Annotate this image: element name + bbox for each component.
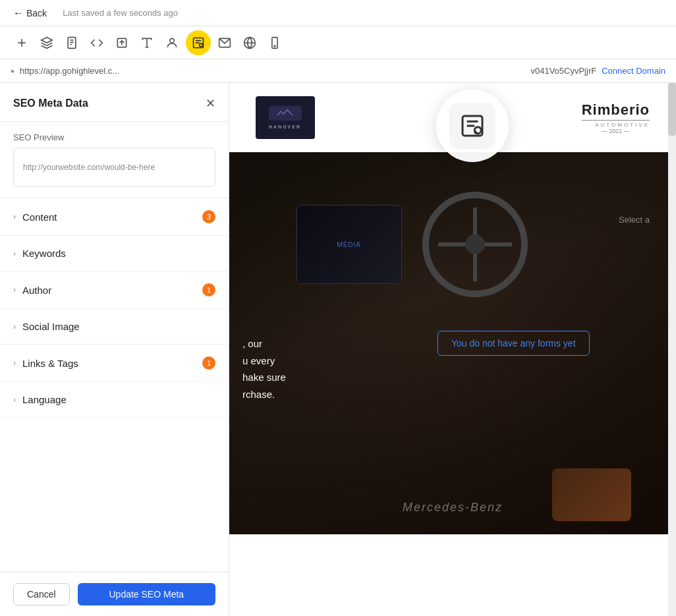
url-display: https://app.gohighlevel.c...: [20, 66, 525, 76]
user-icon[interactable]: [161, 32, 183, 54]
overlay-text: , our u every hake sure rchase.: [242, 335, 286, 403]
accordion-item-links-tags[interactable]: › Links & Tags 1: [0, 345, 229, 382]
social-icon[interactable]: [239, 32, 261, 54]
address-bar: ● https://app.gohighlevel.c... v041Vo5Cy…: [0, 59, 676, 83]
close-sidebar-button[interactable]: ✕: [206, 96, 215, 111]
hanover-logo: HANOVER: [256, 96, 315, 139]
preview-scrollbar[interactable]: [668, 83, 676, 616]
main-layout: SEO Meta Data ✕ SEO Preview http://yourw…: [0, 83, 676, 616]
accordion-left-language: › Language: [13, 394, 67, 405]
back-label: Back: [26, 8, 47, 18]
preview-area: HANOVER Rimberio AUTOMOTIVE — 2021 —: [229, 83, 676, 616]
select-hint: Select a: [619, 215, 650, 225]
layers-icon[interactable]: [36, 32, 58, 54]
seo-preview-section: SEO Preview http://yourwebsite.com/would…: [0, 122, 229, 198]
accordion-left-links-tags: › Links & Tags: [13, 358, 78, 369]
accordion-left-author: › Author: [13, 285, 51, 296]
rimberio-year: — 2021 —: [582, 128, 650, 134]
connect-domain-link[interactable]: Connect Domain: [602, 66, 665, 76]
accordion-left-content: › Content: [13, 211, 57, 223]
accordion-badge-content: 3: [202, 210, 215, 223]
back-arrow-icon: ←: [13, 7, 24, 19]
code-icon[interactable]: [86, 32, 108, 54]
preview-scrollbar-thumb[interactable]: [668, 83, 676, 136]
seo-sidebar: SEO Meta Data ✕ SEO Preview http://yourw…: [0, 83, 229, 616]
sidebar-header: SEO Meta Data ✕: [0, 83, 229, 122]
sidebar-footer: Cancel Update SEO Meta: [0, 572, 229, 616]
accordion-left-social-image: › Social Image: [13, 321, 80, 332]
accordion-label-keywords: Keywords: [22, 248, 66, 259]
accordion-left-keywords: › Keywords: [13, 248, 66, 259]
accordion-badge-author: 1: [202, 283, 215, 296]
seo-preview-url: http://yourwebsite.com/would-be-here: [23, 163, 155, 172]
accordion-item-social-image[interactable]: › Social Image: [0, 309, 229, 345]
svg-marker-2: [42, 37, 53, 42]
arrow-up-icon[interactable]: [111, 32, 133, 54]
icon-popover-inner: [449, 103, 495, 149]
document-icon[interactable]: [61, 32, 83, 54]
top-bar: ← Back Last saved a few seconds ago: [0, 0, 676, 26]
url-path-suffix: v041Vo5CyvPjjrF: [530, 66, 596, 76]
mercedes-text: Mercedes-Benz: [403, 501, 503, 515]
chevron-icon-links-tags: ›: [13, 358, 16, 368]
accordion-item-keywords[interactable]: › Keywords: [0, 236, 229, 271]
accordion-label-social-image: Social Image: [22, 321, 80, 332]
svg-line-18: [200, 45, 201, 47]
add-icon[interactable]: [11, 32, 33, 54]
preview-inner: HANOVER Rimberio AUTOMOTIVE — 2021 —: [229, 83, 676, 616]
accordion-label-author: Author: [22, 285, 51, 296]
mobile-icon[interactable]: [264, 32, 286, 54]
svg-line-27: [474, 132, 476, 134]
chevron-icon-content: ›: [13, 212, 16, 221]
toolbar: [0, 26, 676, 59]
chevron-icon-language: ›: [13, 395, 16, 405]
accordion-item-content[interactable]: › Content 3: [0, 198, 229, 236]
accordion-badge-links-tags: 1: [202, 356, 215, 370]
accordion-label-content: Content: [22, 211, 57, 223]
accordion-list: › Content 3 › Keywords › Author 1: [0, 198, 229, 572]
update-seo-meta-button[interactable]: Update SEO Meta: [78, 583, 215, 605]
text-icon[interactable]: [136, 32, 158, 54]
forms-icon[interactable]: [186, 30, 211, 55]
chevron-icon-keywords: ›: [13, 249, 16, 258]
back-button[interactable]: ← Back: [8, 5, 52, 22]
preview-content: HANOVER Rimberio AUTOMOTIVE — 2021 —: [229, 83, 676, 616]
icon-popover: [436, 90, 509, 162]
accordion-item-author[interactable]: › Author 1: [0, 271, 229, 309]
sidebar-title: SEO Meta Data: [13, 98, 88, 109]
rimberio-logo: Rimberio AUTOMOTIVE — 2021 —: [582, 101, 650, 134]
rimberio-name: Rimberio: [582, 101, 650, 119]
icon-popover-circle: [436, 90, 509, 162]
hanover-text: HANOVER: [269, 125, 301, 129]
svg-point-22: [274, 45, 275, 47]
address-dot-icon: ●: [11, 67, 14, 74]
saved-status: Last saved a few seconds ago: [63, 8, 668, 18]
forms-empty-button[interactable]: You do not have any forms yet: [437, 331, 590, 356]
car-section: MEDIA , our u every hake sure rchase.: [229, 152, 676, 534]
cancel-button[interactable]: Cancel: [13, 583, 70, 605]
chevron-icon-social-image: ›: [13, 322, 16, 331]
seo-preview-box: http://yourwebsite.com/would-be-here: [13, 148, 215, 187]
seo-preview-label: SEO Preview: [13, 132, 215, 142]
chevron-icon-author: ›: [13, 285, 16, 294]
email-icon[interactable]: [213, 32, 236, 54]
accordion-label-links-tags: Links & Tags: [22, 358, 78, 369]
svg-point-13: [170, 38, 175, 43]
accordion-item-language[interactable]: › Language: [0, 382, 229, 418]
accordion-label-language: Language: [22, 394, 67, 405]
rimberio-sub: AUTOMOTIVE: [582, 122, 650, 128]
